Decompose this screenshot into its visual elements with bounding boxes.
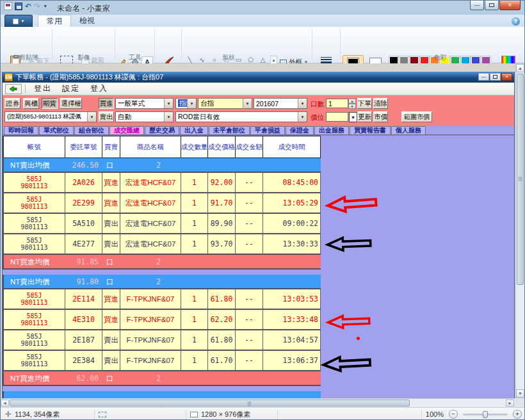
market-button-選擇權[interactable]: 選擇權 <box>60 98 82 109</box>
trade-row-4E310[interactable]: 585J98011134E310買進F-TPKJNF&07162.20--13:… <box>3 310 321 330</box>
tab-即時回報[interactable]: 即時回報 <box>4 126 38 134</box>
symbol-select[interactable]: 台指▼ <box>198 98 252 109</box>
order-type-select[interactable]: 一般單式▼ <box>115 98 174 109</box>
minimize-button[interactable]: — <box>470 1 484 10</box>
cell-time: 13:30:33 <box>263 234 321 254</box>
ribbon: 貼上▼ ✂剪下 複製 選取▼ 裁剪 調整大小 ↻旋轉▼ A 筆刷 ╲∿○□▭⬠△… <box>1 27 524 63</box>
cell-qty: 1 <box>181 173 208 192</box>
trade-row-4E277[interactable]: 585J98011134E277賣出宏達電HCF&07193.70--13:30… <box>3 234 321 255</box>
tab-成交匯總[interactable]: 成交匯總 <box>109 126 144 134</box>
cell-product: F-TPKJNF&07 <box>120 351 181 370</box>
price-dropdown-button[interactable]: ▼ <box>349 112 357 122</box>
cell-account: 585J9801113 <box>4 214 65 233</box>
chevron-down-icon: ▼ <box>21 19 25 23</box>
paint-canvas[interactable]: EM 下單帳務 - (證期)585J-9801113 林謖佩 : 台指07 — … <box>1 63 525 407</box>
category-select[interactable]: 指數▼ <box>175 98 197 109</box>
sell-button[interactable]: 賣出 <box>99 111 114 122</box>
trade-row-2E114[interactable]: 585J98011132E114買進F-TPKJNF&07161.80--13:… <box>3 289 321 310</box>
chevron-down-icon[interactable]: ▼ <box>298 112 307 122</box>
chevron-down-icon[interactable]: ▼ <box>187 99 196 108</box>
cell-qty: 1 <box>181 310 208 329</box>
horizontal-scrollbar[interactable]: ◄ ► <box>1 398 515 407</box>
tab-組合部位[interactable]: 組合部位 <box>74 126 109 134</box>
tif-select[interactable]: ROD當日有效▼ <box>175 111 307 122</box>
qat-dropdown-icon[interactable]: ▼ <box>43 4 47 8</box>
trading-close-button[interactable]: × <box>501 73 512 81</box>
tab-個人服務[interactable]: 個人服務 <box>391 126 426 134</box>
tab-出入金[interactable]: 出入金 <box>180 126 208 134</box>
qty-stepper[interactable]: ▲▼ <box>348 99 356 109</box>
image-size-icon <box>190 412 198 417</box>
scroll-down-icon[interactable]: ▼ <box>516 389 524 398</box>
chevron-down-icon[interactable]: ▼ <box>243 99 252 108</box>
exit-toolbar-button[interactable] <box>5 84 22 94</box>
file-menu-button[interactable]: ▼ <box>4 15 33 27</box>
trading-minimize-button[interactable]: — <box>478 73 489 81</box>
trade-row-5A510[interactable]: 585J98011135A510賣出宏達電HCF&07189.90--09:00… <box>3 214 321 234</box>
update-button[interactable]: 更新 <box>357 111 372 122</box>
contract-month-select[interactable]: 201607▼ <box>254 98 307 109</box>
cell-order-no: 4E310 <box>65 310 102 329</box>
menu-item-login[interactable]: 登入 <box>85 83 113 94</box>
trade-row-2E299[interactable]: 585J98011132E299買進宏達電HCF&07191.70--13:05… <box>3 193 321 214</box>
clear-button[interactable]: 清除 <box>373 98 388 109</box>
range-market-button[interactable]: 範圍市價 <box>401 111 432 122</box>
zoom-slider[interactable] <box>463 414 508 416</box>
cell-time: 09:00:22 <box>263 214 321 233</box>
price-input[interactable] <box>326 112 348 122</box>
market-button-期貨[interactable]: 期貨 <box>42 98 58 109</box>
tab-未平倉部位[interactable]: 未平倉部位 <box>209 126 250 134</box>
ribbon-tab-常用[interactable]: 常用 <box>38 15 71 27</box>
cell-qty: 1 <box>181 351 208 370</box>
cell-account: 585J9801113 <box>4 289 65 309</box>
scroll-right-icon[interactable]: ► <box>506 400 514 407</box>
scroll-left-icon[interactable]: ◄ <box>1 400 9 407</box>
help-icon[interactable]: ? <box>512 17 520 26</box>
trade-row-2E187[interactable]: 585J98011132E187賣出F-TPKJNF&07161.80--13:… <box>3 330 321 351</box>
redo-icon[interactable]: ↷ <box>34 3 40 10</box>
account-select[interactable]: (證期)585J-9801113 林謖佩▼ <box>4 111 97 122</box>
horizontal-scroll-thumb[interactable] <box>10 400 410 407</box>
market-button-證券[interactable]: 證券 <box>4 98 20 109</box>
trading-menubar: 登出 設定 登入 <box>3 83 514 95</box>
vertical-scrollbar[interactable]: ▲ ▼ <box>515 63 525 398</box>
scroll-up-icon[interactable]: ▲ <box>516 64 524 72</box>
zoom-out-icon[interactable]: − <box>449 410 458 419</box>
chevron-down-icon[interactable]: ▼ <box>298 99 307 108</box>
trade-row-2A026[interactable]: 585J98011132A026買進宏達電HCF&07192.00--08:45… <box>3 173 321 193</box>
tab-平倉損益[interactable]: 平倉損益 <box>250 126 285 134</box>
cell-price: 61.80 <box>208 330 236 350</box>
close-button[interactable]: × <box>499 1 521 10</box>
zoom-in-icon[interactable]: + <box>513 410 522 419</box>
group-gap <box>3 270 321 275</box>
chevron-down-icon[interactable]: ▼ <box>164 112 173 122</box>
zoom-level: 100% <box>426 410 444 418</box>
save-icon[interactable] <box>15 3 22 10</box>
tab-買賣報告書[interactable]: 買賣報告書 <box>350 126 391 134</box>
tab-出金服務[interactable]: 出金服務 <box>314 126 349 134</box>
market-button-興櫃[interactable]: 興櫃 <box>23 98 39 109</box>
tab-單式部位[interactable]: 單式部位 <box>39 126 74 134</box>
ribbon-tab-檢視[interactable]: 檢視 <box>71 15 103 27</box>
price-mode-select[interactable]: 自動▼ <box>115 111 174 122</box>
undo-icon[interactable]: ↶ <box>25 3 31 10</box>
place-order-button[interactable]: 下單 <box>357 98 372 109</box>
trading-restore-button[interactable] <box>490 73 501 81</box>
cell-amount: -- <box>236 289 263 309</box>
maximize-button[interactable] <box>485 1 499 10</box>
qty-input[interactable] <box>326 99 348 108</box>
cell-price: 93.70 <box>208 234 236 254</box>
tab-歷史交易[interactable]: 歷史交易 <box>145 126 179 134</box>
summary-lot-count: 2 <box>156 277 161 286</box>
cell-product: 宏達電HCF&07 <box>120 193 181 213</box>
trade-row-2E384[interactable]: 585J98011132E384賣出F-TPKJNF&07161.70--13:… <box>3 351 321 371</box>
market-price-button[interactable]: 市價 <box>373 111 388 122</box>
menu-item-logout[interactable]: 登出 <box>29 83 57 94</box>
zoom-slider-thumb[interactable] <box>483 411 488 418</box>
chevron-down-icon[interactable]: ▼ <box>87 112 96 122</box>
menu-item-settings[interactable]: 設定 <box>57 83 85 94</box>
trading-window-title: 下單帳務 - (證期)585J-9801113 林謖佩 : 台指07 <box>15 72 163 82</box>
chevron-down-icon[interactable]: ▼ <box>164 99 173 108</box>
buy-button[interactable]: 買進 <box>99 98 114 109</box>
tab-保證金[interactable]: 保證金 <box>286 126 314 134</box>
